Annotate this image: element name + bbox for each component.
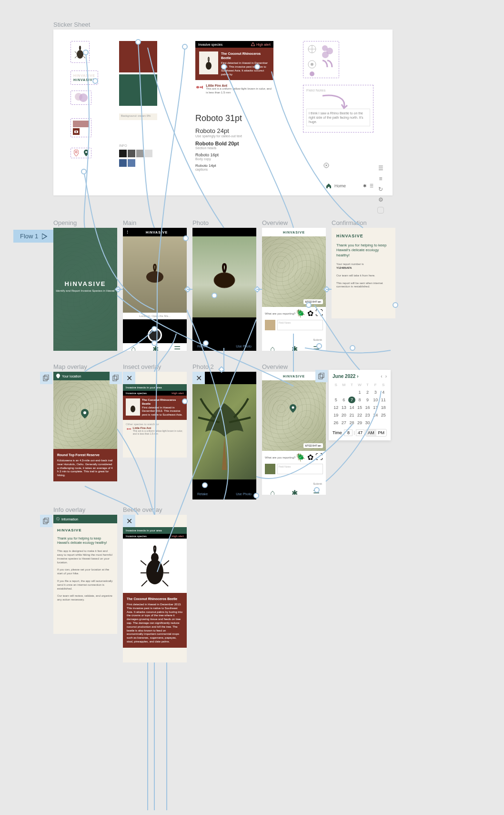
cal-day[interactable]: 2 — [364, 389, 371, 396]
swatch-blue2[interactable] — [128, 159, 135, 167]
nav-icon[interactable]: ⌂ — [131, 345, 136, 349]
screen-overview[interactable]: HiNVASIVE 6/7/22 8:47 am What are you re… — [262, 228, 326, 351]
insect-ant-row[interactable]: Little Fire Ant This ant is a uniform ye… — [123, 427, 187, 435]
close-button-photo2[interactable]: ✕ — [192, 372, 205, 384]
cal-minute-input[interactable] — [356, 429, 364, 436]
photo2-use[interactable]: Use Photo — [236, 492, 252, 496]
main-shutter[interactable] — [123, 328, 187, 342]
cal-day[interactable]: 20 — [341, 412, 348, 418]
close-button-beetle[interactable]: ✕ — [123, 515, 135, 527]
cal-day[interactable]: 6 — [341, 397, 348, 403]
cal-day[interactable]: 8 — [356, 397, 363, 403]
nav-icon[interactable]: ✱ — [292, 489, 296, 493]
sticker-tree-box[interactable] — [71, 91, 91, 105]
cal-prev[interactable]: ‹ — [381, 374, 382, 379]
swatch-gray3[interactable] — [145, 150, 152, 157]
insect-ov-card[interactable]: The Coconut Rhinoceros Beetle First dete… — [123, 396, 187, 420]
nav-icon[interactable]: ⌂ — [270, 345, 275, 349]
photo-retake[interactable]: Retake — [197, 345, 208, 348]
sticker-invasive-card[interactable]: Invasive species High alert The Coconut … — [195, 41, 273, 80]
cal-day[interactable]: 5 — [333, 397, 340, 403]
flow-tag[interactable]: Flow 1 — [13, 230, 53, 243]
nav-icon[interactable]: ☰ — [313, 345, 318, 349]
cal-ampm[interactable]: AMPM — [365, 429, 387, 437]
plant-icon[interactable]: ✿ — [307, 453, 313, 462]
swatch-black[interactable] — [119, 150, 127, 157]
plant-icon[interactable]: ✿ — [307, 309, 313, 318]
photo-use[interactable]: Use Photo — [236, 345, 252, 348]
swatch-blue1[interactable] — [119, 159, 127, 167]
cal-day[interactable]: 13 — [341, 404, 348, 411]
copy-button-map[interactable] — [40, 372, 52, 384]
screen-photo2[interactable]: Retake Use Photo — [192, 372, 256, 499]
gear-icon[interactable]: ⚙ — [377, 196, 384, 203]
sticker-logo-box[interactable]: HINVASIVE HiNVASIVE — [71, 71, 98, 85]
nav-icon[interactable]: ✱ — [292, 345, 296, 349]
sticker-pins-box[interactable] — [71, 148, 91, 158]
cal-next[interactable]: › — [385, 374, 387, 379]
ov2-map[interactable]: 6/7/22 8:47 am — [262, 380, 326, 451]
screen-overview2[interactable]: HiNVASIVE 6/7/22 8:47 am What are you re… — [262, 372, 326, 495]
cal-day[interactable]: 22 — [356, 412, 363, 418]
photo2-retake[interactable]: Retake — [197, 492, 208, 496]
swatch-gray1[interactable] — [128, 150, 135, 157]
cal-day[interactable]: 11 — [380, 397, 387, 403]
screen-confirmation[interactable]: HiNVASIVE Thank you for helping to keep … — [332, 228, 395, 318]
animal-icon[interactable]: ⛶ — [315, 309, 323, 318]
animal-icon[interactable]: ⛶ — [315, 453, 323, 462]
close-button-insect[interactable]: ✕ — [123, 372, 135, 384]
cal-grid[interactable]: SMTWTFS123456789101112131415161718192021… — [333, 382, 387, 426]
home-icon-box[interactable] — [377, 207, 384, 214]
cal-hour-input[interactable] — [344, 429, 353, 436]
sticker-plant-icons[interactable] — [303, 41, 339, 78]
ov-notes-input[interactable]: Field Notes — [277, 320, 323, 330]
cal-day[interactable]: 30 — [364, 419, 371, 426]
screen-main[interactable]: ⋮HiNVASIVE Location: Open the Ma... ⌂✱☰ — [123, 228, 187, 351]
ov-map[interactable]: 6/7/22 8:47 am — [262, 236, 326, 307]
sticker-field-notes[interactable]: Field Notes I think I saw a Rhino Beetle… — [303, 85, 373, 132]
ov-submit[interactable]: Submit — [313, 338, 322, 341]
bug-icon[interactable]: 🪲 — [296, 309, 305, 318]
screen-opening[interactable]: HiNVASIVE Identify and Report Invasive S… — [53, 228, 117, 351]
cal-day[interactable]: 23 — [364, 412, 371, 418]
close-icon-sample[interactable] — [323, 162, 330, 169]
cal-month[interactable]: June 2022 — [333, 374, 355, 379]
cal-day[interactable]: 19 — [333, 412, 340, 418]
refresh-icon[interactable]: ↻ — [377, 186, 384, 193]
cal-day[interactable]: 26 — [333, 419, 340, 426]
cal-day[interactable]: 17 — [372, 404, 379, 411]
screen-info-overlay[interactable]: ⓘInformation HiNVASIVE Thank you for hel… — [53, 515, 117, 634]
ov2-submit[interactable]: Submit — [313, 482, 322, 485]
list-icon[interactable]: ≡ — [377, 175, 384, 182]
cal-day[interactable]: 18 — [380, 404, 387, 411]
nav-icon[interactable]: ⌂ — [270, 489, 275, 493]
screen-photo[interactable]: Retake Use Photo — [192, 228, 256, 351]
cal-day[interactable]: 12 — [333, 404, 340, 411]
cal-am[interactable]: AM — [366, 429, 376, 436]
swatch-maroon[interactable] — [119, 41, 157, 72]
sticker-beetle-thumb[interactable] — [71, 41, 90, 63]
cal-day[interactable]: 29 — [356, 419, 363, 426]
cal-day[interactable]: 28 — [348, 419, 355, 426]
nav-icon[interactable]: ✱ — [152, 345, 157, 349]
cal-day[interactable]: 27 — [341, 419, 348, 426]
screen-map-overlay[interactable]: Your location Round Top Forest Reserve K… — [53, 372, 117, 486]
sticker-sheet-frame[interactable]: HINVASIVE HiNVASIVE Background: cream 0%… — [53, 30, 393, 195]
screen-beetle-overlay[interactable]: Invasive insects in your area Invasive s… — [123, 515, 187, 662]
nav-icon[interactable]: ☰ — [313, 489, 318, 493]
cal-day[interactable]: 4 — [380, 389, 387, 396]
cal-day[interactable]: 16 — [364, 404, 371, 411]
cal-day[interactable]: 7 — [348, 397, 355, 403]
swatch-gray2[interactable] — [136, 150, 144, 157]
sticker-photo-box[interactable] — [71, 118, 91, 137]
cal-day[interactable]: 21 — [348, 412, 355, 418]
swatch-cream[interactable]: Background: cream 0% — [119, 113, 157, 120]
cal-day[interactable]: 3 — [372, 389, 379, 396]
cal-pm[interactable]: PM — [376, 429, 387, 436]
nav-icon[interactable]: ☰ — [174, 345, 179, 349]
calendar-overlay[interactable]: June 2022 › ‹› SMTWTFS123456789101112131… — [329, 370, 391, 440]
cal-day[interactable]: 1 — [356, 389, 363, 396]
sticker-fire-ant[interactable]: Little Fire Ant This ant is a uniform ye… — [195, 84, 273, 95]
person-icon[interactable]: ☰ — [377, 165, 384, 172]
cal-day[interactable]: 25 — [380, 412, 387, 418]
